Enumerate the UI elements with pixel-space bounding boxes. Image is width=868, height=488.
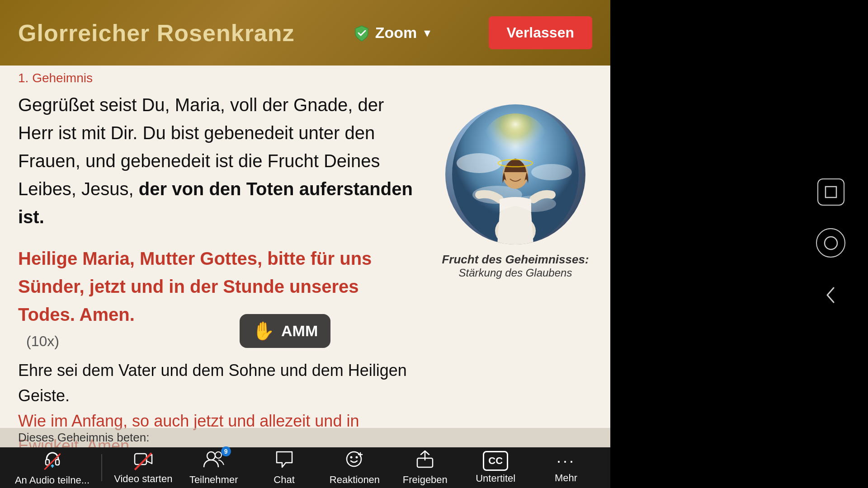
- circle-icon: [823, 235, 839, 251]
- reactions-label: Reaktionen: [330, 474, 380, 486]
- headphone-icon: [43, 450, 62, 469]
- participants-count-badge: 9: [221, 446, 231, 456]
- video-toolbar-item[interactable]: Video starten: [114, 451, 173, 485]
- amm-name: AMM: [281, 322, 318, 340]
- svg-rect-10: [56, 460, 59, 465]
- more-label: Mehr: [555, 472, 577, 484]
- bold-mystery-text: der von den Toten auferstanden ist.: [18, 179, 413, 227]
- bottom-info-strip: Dieses Geheimnis beten:: [0, 428, 610, 447]
- zoom-label: Zoom: [375, 24, 417, 42]
- jesus-image: [445, 104, 585, 244]
- participants-toolbar-item[interactable]: 9 Teilnehmer: [184, 450, 243, 486]
- frucht-label: Frucht des Geheimnisses:: [442, 253, 589, 267]
- amm-badge: ✋ AMM: [240, 314, 330, 348]
- square-button[interactable]: [817, 178, 844, 206]
- frucht-value: Stärkung des Glaubens: [459, 267, 572, 279]
- svg-point-16: [356, 456, 358, 458]
- gloria-line1: Ehre sei dem Vater und dem Sohne und dem…: [18, 361, 407, 405]
- subtitle-label: Untertitel: [476, 473, 515, 484]
- svg-point-19: [825, 237, 837, 249]
- prayer-text: Gegrüßet seist Du, Maria, voll der Gnade…: [18, 91, 420, 459]
- subtitle-toolbar-item[interactable]: CC Untertitel: [466, 451, 525, 484]
- toolbar: An Audio teilne... Video starten: [0, 447, 610, 488]
- emoji-plus-icon: [345, 450, 364, 468]
- svg-point-12: [207, 452, 215, 460]
- hand-raise-icon: ✋: [252, 320, 275, 342]
- svg-rect-18: [826, 187, 836, 197]
- cc-box: CC: [483, 451, 508, 471]
- jesus-svg: [452, 104, 579, 244]
- chevron-down-icon: ▾: [424, 25, 430, 40]
- header: Glorreicher Rosenkranz Zoom ▾ Verlassen: [0, 0, 610, 66]
- zoom-badge[interactable]: Zoom ▾: [353, 24, 431, 42]
- hail-mary-text: Gegrüßet seist Du, Maria, voll der Gnade…: [18, 91, 420, 231]
- svg-point-15: [350, 456, 353, 458]
- share-icon: [415, 450, 434, 472]
- audio-toolbar-item[interactable]: An Audio teilne...: [15, 450, 90, 486]
- chat-icon: [275, 450, 294, 472]
- participants-icon: 9: [203, 450, 225, 472]
- svg-point-2: [457, 153, 502, 173]
- toolbar-divider-1: [101, 454, 102, 481]
- mystery-label: 1. Geheimnis: [0, 66, 610, 91]
- audio-icon: [43, 450, 62, 473]
- bottom-info-text: Dieses Geheimnis beten:: [18, 431, 149, 444]
- chat-toolbar-item[interactable]: Chat: [255, 450, 314, 486]
- zoom-shield-icon: [353, 24, 371, 42]
- share-toolbar-item[interactable]: Freigeben: [396, 450, 454, 486]
- svg-point-3: [531, 164, 572, 180]
- verlassen-button[interactable]: Verlassen: [489, 16, 592, 49]
- video-icon: [134, 451, 153, 471]
- reactions-toolbar-item[interactable]: Reaktionen: [325, 450, 384, 486]
- back-button[interactable]: [820, 280, 842, 310]
- svg-point-13: [215, 452, 222, 458]
- audio-label: An Audio teilne...: [15, 474, 90, 486]
- upload-icon: [415, 450, 434, 468]
- chat-label: Chat: [274, 474, 294, 486]
- app-title: Glorreicher Rosenkranz: [18, 19, 295, 47]
- more-icon: ···: [557, 451, 576, 470]
- participants-label: Teilnehmer: [189, 474, 238, 486]
- more-toolbar-item[interactable]: ··· Mehr: [537, 451, 595, 484]
- back-icon: [824, 285, 838, 305]
- video-label: Video starten: [114, 473, 172, 485]
- count-label: (10x): [26, 333, 59, 350]
- square-icon: [824, 185, 838, 199]
- holy-mary-text: Heilige Maria, Mutter Gottes, bitte für …: [18, 244, 420, 328]
- speech-bubble-icon: [275, 450, 294, 468]
- share-label: Freigeben: [403, 474, 448, 486]
- image-side: Frucht des Geheimnisses: Stärkung des Gl…: [439, 91, 592, 279]
- right-controls: [816, 178, 845, 310]
- circle-button[interactable]: [816, 228, 845, 258]
- hail-mary-paragraph: Gegrüßet seist Du, Maria, voll der Gnade…: [18, 95, 413, 227]
- reactions-icon: [345, 450, 364, 472]
- content-area: 1. Geheimnis Gegrüßet seist Du, Maria, v…: [0, 66, 610, 488]
- cc-icon: CC: [483, 451, 508, 471]
